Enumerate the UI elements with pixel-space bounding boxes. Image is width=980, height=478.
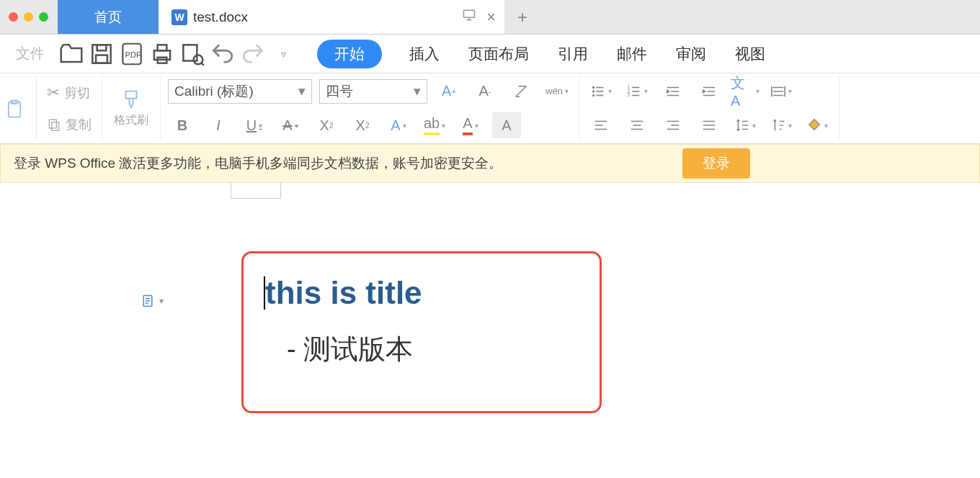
menubar: 文件 PDF ▿ 开始 插入 页面布局 引用 邮件 审阅 视图	[0, 35, 980, 73]
align-justify-button[interactable]	[695, 112, 723, 138]
export-pdf-icon[interactable]: PDF	[118, 40, 146, 68]
document-icon	[141, 294, 155, 308]
decrease-indent-button[interactable]	[659, 78, 687, 104]
font-color-button[interactable]: A	[456, 112, 485, 138]
document-title-text: this is title	[265, 275, 422, 310]
ribbon-tab-mail[interactable]: 邮件	[615, 40, 649, 68]
svg-rect-9	[183, 45, 197, 60]
distributed-button[interactable]	[767, 78, 796, 104]
svg-rect-13	[49, 120, 56, 129]
ribbon-tab-insert[interactable]: 插入	[408, 40, 441, 68]
character-shading-button[interactable]: A	[492, 112, 521, 138]
login-button[interactable]: 登录	[682, 148, 750, 179]
superscript-button[interactable]: X2	[312, 112, 341, 138]
ribbon-tab-layout[interactable]: 页面布局	[467, 40, 530, 68]
plus-icon: +	[517, 7, 527, 27]
paste-button[interactable]	[0, 99, 29, 119]
font-name-combo[interactable]: Calibri (标题)▾	[168, 79, 312, 104]
font-size-combo[interactable]: 四号▾	[319, 79, 427, 104]
format-painter-label: 格式刷	[114, 113, 148, 128]
tab-home-label: 首页	[94, 8, 122, 27]
ribbon-tab-start[interactable]: 开始	[317, 40, 382, 68]
align-center-button[interactable]	[623, 112, 651, 138]
tab-home[interactable]: 首页	[58, 0, 159, 34]
new-tab-button[interactable]: +	[504, 0, 540, 34]
document-area: ▾ this is title - 测试版本	[0, 183, 980, 478]
maximize-window-button[interactable]	[39, 12, 48, 22]
svg-rect-3	[96, 55, 107, 63]
font-name-value: Calibri (标题)	[174, 82, 254, 101]
tab-document-label: test.docx	[193, 9, 248, 25]
svg-point-18	[593, 94, 594, 96]
font-size-value: 四号	[326, 82, 353, 101]
svg-text:PDF: PDF	[125, 50, 141, 58]
annotation-highlight: this is title - 测试版本	[241, 251, 602, 413]
ruler-tab-stop[interactable]	[231, 183, 281, 199]
grow-font-button[interactable]: A+	[435, 78, 463, 104]
minimize-window-button[interactable]	[24, 12, 33, 22]
close-window-button[interactable]	[9, 12, 18, 22]
shading-button[interactable]	[803, 112, 832, 138]
svg-rect-2	[97, 45, 107, 50]
text-cursor	[264, 276, 265, 310]
strikethrough-button[interactable]: A	[276, 112, 305, 138]
copy-button[interactable]: 复制	[44, 114, 94, 135]
save-icon[interactable]	[88, 40, 115, 68]
increase-indent-button[interactable]	[695, 78, 723, 104]
cut-button[interactable]: ✂剪切	[44, 82, 94, 104]
cut-label: 剪切	[64, 84, 90, 102]
bullets-button[interactable]	[587, 78, 615, 104]
bold-button[interactable]: B	[168, 112, 197, 138]
phonetic-guide-button[interactable]: wén	[543, 78, 571, 104]
login-banner: 登录 WPS Office 激活更多功能，电脑手机多端同步文档数据，账号加密更安…	[0, 144, 980, 183]
ribbon: ✂剪切 复制 格式刷 Calibri (标题)▾ 四号▾ A+ A- wén B…	[0, 73, 980, 144]
qat-dropdown-icon[interactable]: ▿	[270, 40, 297, 68]
subscript-button[interactable]: X2	[348, 112, 377, 138]
tab-document[interactable]: W test.docx ×	[159, 0, 504, 34]
shrink-font-button[interactable]: A-	[471, 78, 499, 104]
ribbon-tab-review[interactable]: 审阅	[674, 40, 708, 68]
ribbon-tab-reference[interactable]: 引用	[556, 40, 589, 68]
chevron-down-icon: ▾	[414, 83, 421, 99]
page-options-handle[interactable]: ▾	[141, 294, 164, 308]
redo-icon[interactable]	[239, 40, 267, 68]
copy-label: 复制	[66, 116, 92, 133]
sort-button[interactable]	[767, 112, 796, 138]
numbering-button[interactable]: 123	[623, 78, 651, 104]
scissors-icon: ✂	[47, 84, 60, 102]
menu-file[interactable]: 文件	[6, 44, 55, 63]
svg-rect-15	[126, 91, 137, 99]
italic-button[interactable]: I	[204, 112, 233, 138]
line-spacing-button[interactable]	[731, 112, 760, 138]
svg-rect-7	[158, 45, 167, 50]
align-left-button[interactable]	[587, 112, 615, 138]
titlebar: 首页 W test.docx × +	[0, 0, 980, 35]
undo-icon[interactable]	[209, 40, 236, 68]
svg-rect-0	[464, 10, 475, 17]
wps-writer-icon: W	[172, 9, 187, 25]
print-preview-icon[interactable]	[179, 40, 206, 68]
clear-format-button[interactable]	[507, 78, 535, 104]
traffic-lights	[0, 0, 58, 34]
document-subtitle[interactable]: - 测试版本	[265, 331, 578, 368]
underline-button[interactable]: U	[240, 112, 269, 138]
format-painter-button[interactable]: 格式刷	[110, 89, 153, 128]
copy-icon	[47, 117, 61, 132]
svg-point-16	[593, 86, 594, 88]
text-direction-button[interactable]: 文A	[731, 78, 760, 104]
presentation-icon[interactable]	[462, 8, 476, 27]
chevron-down-icon: ▾	[159, 296, 164, 306]
close-tab-icon[interactable]: ×	[486, 8, 496, 27]
align-right-button[interactable]	[659, 112, 687, 138]
text-effects-button[interactable]: A	[384, 112, 413, 138]
paste-icon	[4, 99, 24, 119]
highlight-color-button[interactable]: ab	[420, 112, 449, 138]
ribbon-tab-view[interactable]: 视图	[734, 40, 767, 68]
brush-icon	[120, 89, 142, 110]
svg-point-10	[194, 55, 203, 64]
document-title[interactable]: this is title	[265, 275, 578, 311]
ribbon-tabs: 开始 插入 页面布局 引用 邮件 审阅 视图	[317, 40, 767, 68]
open-icon[interactable]	[58, 40, 85, 68]
svg-rect-14	[52, 122, 59, 131]
print-icon[interactable]	[148, 40, 176, 68]
